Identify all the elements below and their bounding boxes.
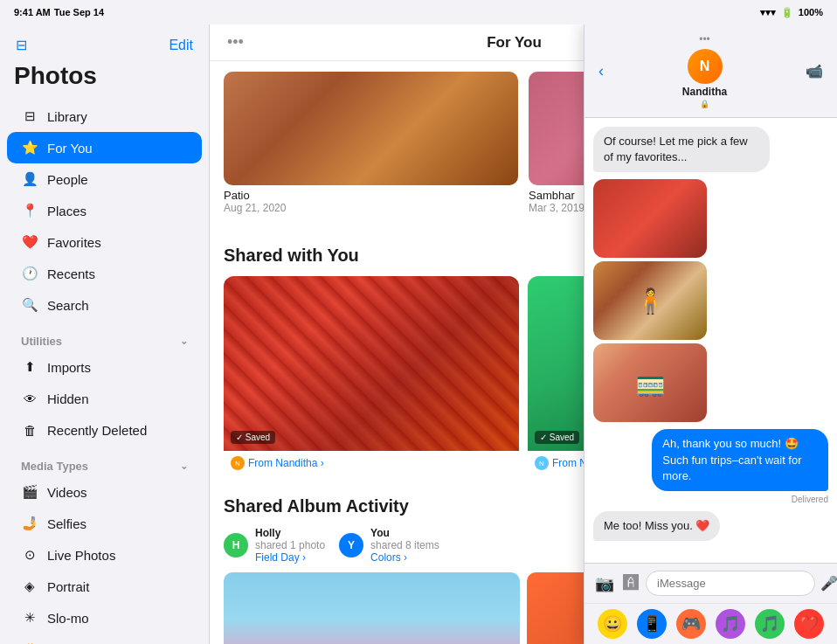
sidebar-item-label: Imports [47,360,91,375]
contact-avatar: N [688,49,723,84]
msg-photo-person[interactable]: 🧍 [593,261,707,340]
emoji-button-3[interactable]: 🎮 [676,609,706,639]
neil-avatar: N [535,456,549,470]
sidebar-item-label: Favorites [47,235,101,250]
sidebar-item-portrait[interactable]: ◈ Portrait [7,571,202,602]
utilities-label: Utilities [21,335,62,348]
sidebar-item-people[interactable]: 👤 People [7,163,202,195]
contact-badge: 🔒 [700,100,709,108]
media-types-label: Media Types [21,460,88,473]
deleted-icon: 🗑 [21,421,38,439]
battery-icon: 🔋 [781,7,793,18]
emoji-button-4[interactable]: 🎵 [716,609,745,639]
chilis-saved-badge: ✓ Saved [231,431,275,444]
edit-button[interactable]: Edit [167,36,195,55]
sidebar-item-label: Live Photos [47,548,115,563]
holly-name: Holly [255,527,325,539]
sidebar-item-imports[interactable]: ⬆ Imports [7,351,202,383]
you-album[interactable]: Colors › [370,551,439,564]
recents-icon: 🕐 [21,265,38,282]
search-icon: 🔍 [21,296,38,314]
emoji-button-1[interactable]: 😀 [598,609,627,639]
chilis-from-text: From Nanditha › [248,457,324,469]
utilities-section-header: Utilities ⌄ [0,324,209,351]
activity-photo-flowers[interactable]: 🌻 [224,572,520,644]
status-time: 9:41 AM [14,7,51,17]
patio-label: Patio [224,189,518,202]
portrait-icon: ◈ [21,578,38,595]
slo-mo-icon: ✳ [21,609,38,627]
sidebar-item-live-photos[interactable]: ⊙ Live Photos [7,539,202,571]
imessage-input[interactable] [646,571,815,596]
hidden-icon: 👁 [21,390,38,407]
shared-photo-chilis[interactable]: ✓ Saved N From Nanditha › [224,276,519,475]
messages-back-button[interactable]: ‹ [595,59,607,84]
holly-avatar: H [224,533,248,557]
status-bar: 9:41 AM Tue Sep 14 ▾▾▾ 🔋 100% [0,0,837,24]
sidebar-item-for-you[interactable]: ⭐ For You [7,132,202,163]
chilis-from-label[interactable]: N From Nanditha › [224,451,519,475]
screenshots-icon: 📸 [21,641,38,644]
sidebar-item-search[interactable]: 🔍 Search [7,289,202,321]
msg-photo-train[interactable]: 🚃 [593,343,707,422]
sidebar-item-hidden[interactable]: 👁 Hidden [7,383,202,414]
top-photo-patio[interactable]: Patio Aug 21, 2020 [224,72,518,214]
input-row: 📷 🅰 🎤 [585,564,837,603]
messages-input-bar: 📷 🅰 🎤 😀 📱 🎮 🎵 🎵 ❤️ [585,563,837,644]
sidebar-item-label: Recently Deleted [47,423,147,438]
main-content: ••• For You Patio Aug 21, 2020 Sambhar M… [210,24,837,644]
patio-thumbnail [224,72,518,185]
appstore-button[interactable]: 🅰 [621,572,640,594]
sidebar-item-selfies[interactable]: 🤳 Selfies [7,508,202,539]
you-detail: shared 8 items [370,539,439,551]
app-container: ⊟ Edit Photos ⊟ Library ⭐ For You 👤 Peop… [0,24,837,644]
places-icon: 📍 [21,202,38,219]
emoji-button-5[interactable]: 🎵 [755,609,785,639]
status-bar-left: 9:41 AM Tue Sep 14 [14,7,104,17]
emoji-button-6[interactable]: ❤️ [794,609,824,639]
sidebar-item-library[interactable]: ⊟ Library [7,100,202,132]
emoji-bar: 😀 📱 🎮 🎵 🎵 ❤️ [585,603,837,644]
sidebar-item-label: Search [47,298,89,313]
sidebar-item-label: People [47,172,88,187]
holly-album[interactable]: Field Day › [255,551,325,564]
sidebar-collapse-button[interactable]: ⊟ [14,35,29,55]
sidebar-item-label: Videos [47,485,87,500]
messages-header-center: ••• N Nanditha 🔒 [682,33,727,108]
sidebar-item-slo-mo[interactable]: ✳ Slo-mo [7,602,202,634]
patio-date: Aug 21, 2020 [224,202,518,214]
msg-photos-cluster: 🧍 🚃 [593,179,707,422]
emoji-button-2[interactable]: 📱 [637,609,667,639]
wifi-icon: ▾▾▾ [760,7,776,18]
you-name: You [370,527,439,539]
for-you-icon: ⭐ [21,139,38,156]
video-call-button[interactable]: 📹 [802,59,827,83]
sidebar-item-recently-deleted[interactable]: 🗑 Recently Deleted [7,414,202,446]
sidebar-item-videos[interactable]: 🎬 Videos [7,476,202,508]
sidebar-item-screenshots[interactable]: 📸 Screenshots [7,634,202,644]
bubble-received-1: Of course! Let me pick a few of my favor… [593,127,770,172]
camera-button[interactable]: 📷 [593,572,616,595]
chilis-image: ✓ Saved [224,276,519,451]
you-avatar: Y [339,533,363,557]
messages-panel: ‹ ••• N Nanditha 🔒 📹 Of course! Let me p… [584,24,837,644]
header-dots-icon: ••• [227,33,244,52]
sidebar-item-places[interactable]: 📍 Places [7,195,202,226]
sidebar-item-recents[interactable]: 🕐 Recents [7,258,202,289]
sidebar-item-label: Recents [47,267,95,281]
sidebar-item-favorites[interactable]: ❤️ Favorites [7,226,202,258]
voice-button[interactable]: 🎤 [820,575,837,592]
sidebar-item-label: For You [47,141,93,156]
status-date: Tue Sep 14 [54,7,104,17]
photos-title: Photos [0,59,209,100]
you-info: You shared 8 items Colors › [370,527,439,564]
sidebar-item-label: Slo-mo [47,611,89,626]
msg-photo-chilis[interactable] [593,179,707,258]
people-icon: 👤 [21,170,38,188]
bubble-sent-1: Ah, thank you so much! 🤩 Such fun trips–… [652,429,828,491]
media-types-section-header: Media Types ⌄ [0,449,209,476]
imports-icon: ⬆ [21,358,38,376]
holly-info: Holly shared 1 photo Field Day › [255,527,325,564]
sidebar-header: ⊟ Edit [0,24,209,59]
bubble-received-2: Me too! Miss you. ❤️ [593,511,720,541]
